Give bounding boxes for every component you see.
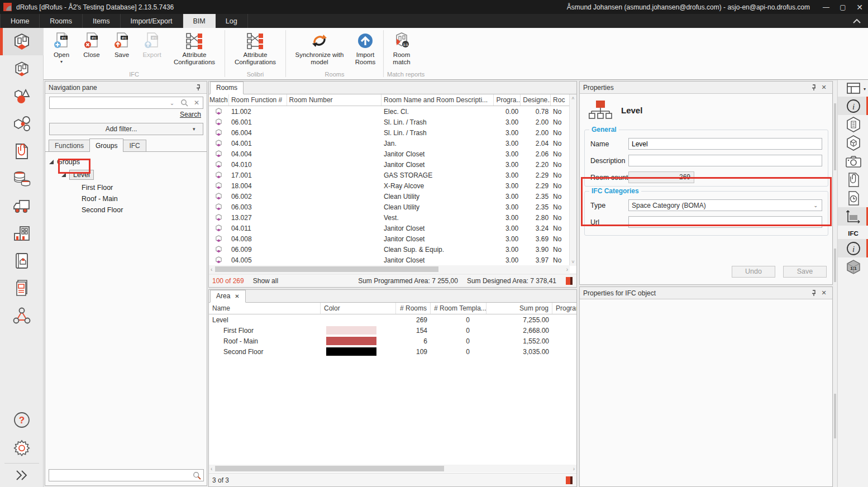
navigation-search-box[interactable]: ⌄ ✕ <box>49 97 203 109</box>
room-row[interactable]: 04.008 Janitor Closet 3.00 3.69 No <box>209 233 570 244</box>
area-doc-tab[interactable]: Area ✕ <box>210 290 246 303</box>
sidebar-item-buildings[interactable] <box>0 219 44 247</box>
area-row[interactable]: Second Floor 109 0 3,035.00 <box>209 346 576 357</box>
tree-node-groups[interactable]: Groups <box>45 156 207 168</box>
attachments-icon[interactable] <box>838 170 868 189</box>
room-row[interactable]: 11.002 Elec. Cl. 0.00 0.78 No <box>209 106 570 117</box>
pin-icon[interactable] <box>809 289 819 298</box>
col-room-number[interactable]: Room Number <box>287 94 381 106</box>
undo-button[interactable]: Undo <box>732 266 775 278</box>
tree-node-floor[interactable]: First Floor <box>45 182 207 193</box>
minimize-button[interactable]: — <box>818 0 834 14</box>
save-button-properties[interactable]: Save <box>783 266 827 278</box>
col-designed[interactable]: Designe... <box>521 94 551 106</box>
add-filter-dropdown[interactable]: Add filter... ▾ <box>49 123 203 135</box>
col-room-templates[interactable]: # Room Templa... <box>431 303 487 314</box>
room-row[interactable]: 04.004 Janitor Closet 3.00 2.06 No <box>209 149 570 159</box>
open-button[interactable]: IFC Open ▾ <box>47 30 76 63</box>
col-room-function[interactable]: Room Function # <box>229 94 287 106</box>
room-row[interactable]: 18.004 X-Ray Alcove 3.00 2.29 No <box>209 180 570 191</box>
expand-sidebar-icon[interactable] <box>0 466 44 485</box>
room-row[interactable]: 06.004 Sl. Lin. / Trash 3.00 2.00 No <box>209 127 570 138</box>
sidebar-item-rooms-alt[interactable] <box>0 55 44 83</box>
search-link[interactable]: Search <box>180 111 201 118</box>
attribute-configurations-solibri-button[interactable]: Attribute Configurations <box>228 30 282 66</box>
close-panel-icon[interactable]: ✕ <box>819 83 829 92</box>
sidebar-item-reports[interactable] <box>0 274 44 302</box>
ifc-info-icon[interactable]: i <box>838 239 868 257</box>
sidebar-item-bim-manual[interactable] <box>0 247 44 274</box>
pin-icon[interactable] <box>809 83 819 92</box>
sidebar-item-item-groups[interactable] <box>0 110 44 137</box>
chevron-down-icon[interactable]: ⌄ <box>166 100 178 106</box>
col-color[interactable]: Color <box>321 303 396 314</box>
room-info-icon[interactable]: i <box>838 97 868 115</box>
settings-gear-icon[interactable] <box>0 433 44 461</box>
layout-selector-icon[interactable]: ▾ <box>838 80 868 97</box>
col-programmed[interactable]: Progra... <box>494 94 521 106</box>
col-match[interactable]: Match <box>209 94 229 106</box>
col-room-name[interactable]: Room Name and Room Descripti... <box>381 94 494 106</box>
pin-icon[interactable] <box>193 83 203 92</box>
room-row[interactable]: 04.010 Janitor Closet 3.00 2.20 No <box>209 159 570 170</box>
attribute-configurations-ifc-button[interactable]: Attribute Configurations <box>168 30 221 66</box>
save-button[interactable]: IFC Save <box>107 30 136 59</box>
sidebar-item-rooms[interactable] <box>0 28 44 55</box>
ifc-model-cube-icon[interactable] <box>838 133 868 152</box>
properties-scrollbar[interactable] <box>833 81 837 487</box>
area-row[interactable]: Level 269 0 7,255.00 <box>209 314 576 325</box>
room-row[interactable]: 06.003 Clean Utility 3.00 2.35 No <box>209 202 570 212</box>
col-num-rooms[interactable]: # Rooms <box>396 303 431 314</box>
search-input[interactable] <box>50 98 166 108</box>
rooms-vertical-scrollbar[interactable]: ˄˅ <box>569 94 576 266</box>
col-roc[interactable]: Roc <box>551 94 570 106</box>
show-all-link[interactable]: Show all <box>253 277 278 285</box>
room-row[interactable]: 17.001 GAS STORAGE 3.00 2.29 No <box>209 170 570 180</box>
sidebar-item-logistics[interactable] <box>0 192 44 219</box>
rooms-horizontal-scrollbar[interactable]: ‹› <box>209 265 570 273</box>
sidebar-item-relations[interactable] <box>0 302 44 329</box>
ifc-document-icon[interactable] <box>838 115 868 133</box>
tab-import-export[interactable]: Import/Export <box>121 14 183 28</box>
snapshot-camera-icon[interactable] <box>838 152 868 170</box>
tab-rooms[interactable]: Rooms <box>40 14 83 28</box>
close-button[interactable]: ✕ <box>851 0 868 14</box>
tree-node-level[interactable]: Level <box>45 168 207 182</box>
rooms-doc-tab[interactable]: Rooms <box>210 82 244 94</box>
tab-items[interactable]: Items <box>83 14 121 28</box>
synchronize-with-model-button[interactable]: Synchronize with model <box>289 30 350 66</box>
room-row[interactable]: 06.009 Clean Sup. & Equip. 3.00 3.90 No <box>209 244 570 255</box>
sidebar-item-items[interactable] <box>0 83 44 110</box>
room-row[interactable]: 04.011 Janitor Closet 3.00 3.24 No <box>209 223 570 233</box>
description-field[interactable] <box>628 155 822 166</box>
collapse-ribbon-icon[interactable] <box>846 14 868 28</box>
close-area-tab-icon[interactable]: ✕ <box>235 293 239 299</box>
report-book-icon[interactable] <box>565 276 573 285</box>
sidebar-item-attachments[interactable] <box>0 137 44 165</box>
tree-filter-box[interactable] <box>49 469 204 481</box>
tab-log[interactable]: Log <box>216 14 248 28</box>
sidebar-item-finance[interactable] <box>0 165 44 192</box>
help-icon[interactable]: ? <box>0 406 44 433</box>
search-icon[interactable] <box>178 99 190 107</box>
clear-search-icon[interactable]: ✕ <box>190 99 203 107</box>
ifc-match-cube-icon[interactable]: 1:1 <box>838 257 868 276</box>
col-program[interactable]: Prograr <box>552 303 576 314</box>
close-panel-icon[interactable]: ✕ <box>819 289 829 298</box>
tree-node-floor[interactable]: Roof - Main <box>45 193 207 204</box>
url-field[interactable] <box>628 216 822 228</box>
nav-tab-groups[interactable]: Groups <box>89 139 123 152</box>
room-row[interactable]: 04.001 Jan. 3.00 2.04 No <box>209 138 570 149</box>
room-row[interactable]: 04.005 Janitor Closet 3.00 3.97 No <box>209 255 570 265</box>
tab-bim[interactable]: BIM <box>183 14 216 28</box>
room-match-button[interactable]: 1:1 Room match <box>387 30 416 66</box>
col-sum-prog[interactable]: Sum prog <box>487 303 552 314</box>
tree-node-floor[interactable]: Second Floor <box>45 204 207 216</box>
area-row[interactable]: First Floor 154 0 2,668.00 <box>209 325 576 336</box>
room-row[interactable]: 06.002 Clean Utility 3.00 2.35 No <box>209 191 570 202</box>
name-field[interactable] <box>628 138 822 150</box>
import-rooms-button[interactable]: Import Rooms <box>351 30 380 66</box>
maximize-button[interactable]: ▢ <box>834 0 851 14</box>
area-horizontal-scrollbar[interactable]: ‹› <box>209 465 576 472</box>
tree-filter-input[interactable] <box>49 471 190 480</box>
